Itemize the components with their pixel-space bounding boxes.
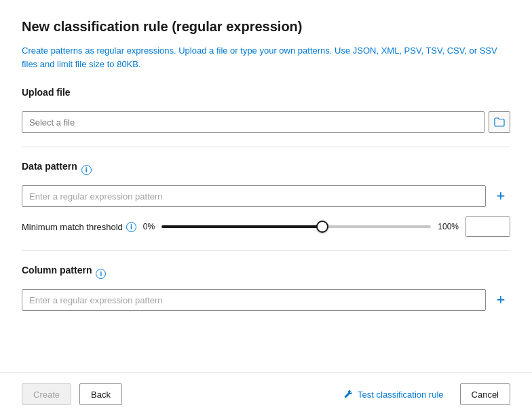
page-description: Create patterns as regular expressions. … [22, 44, 510, 71]
column-pattern-header: Column pattern i [22, 265, 510, 282]
divider-2 [22, 250, 510, 251]
column-pattern-add-button[interactable]: + [491, 290, 510, 309]
data-pattern-input[interactable] [22, 185, 486, 207]
threshold-slider[interactable] [162, 225, 431, 228]
threshold-label: Minimum match threshold i [22, 222, 136, 232]
threshold-max-label: 100% [438, 222, 459, 231]
file-browse-button[interactable] [489, 111, 510, 133]
data-pattern-header: Data pattern i [22, 161, 510, 178]
back-button[interactable]: Back [79, 383, 122, 405]
column-pattern-label: Column pattern [22, 265, 92, 276]
data-pattern-label: Data pattern [22, 161, 77, 172]
file-input[interactable] [22, 111, 484, 133]
test-button-label: Test classification rule [358, 390, 443, 400]
upload-file-row [22, 111, 510, 133]
page-title: New classification rule (regular express… [22, 19, 510, 35]
column-pattern-row: + [22, 289, 510, 311]
create-button[interactable]: Create [22, 383, 71, 405]
threshold-spinner: 60% ▲ ▼ [466, 216, 510, 237]
threshold-slider-container [162, 220, 431, 233]
footer: Create Back Test classification rule Can… [0, 372, 532, 416]
cancel-button[interactable]: Cancel [460, 383, 510, 405]
upload-file-label: Upload file [22, 87, 71, 98]
column-pattern-input[interactable] [22, 289, 486, 311]
data-pattern-add-button[interactable]: + [491, 187, 510, 206]
test-icon [343, 389, 354, 400]
threshold-row: Minimum match threshold i 0% 100% 60% ▲ … [22, 216, 510, 237]
divider-1 [22, 147, 510, 147]
data-pattern-info-icon: i [81, 165, 92, 175]
data-pattern-row: + [22, 185, 510, 207]
threshold-info-icon: i [126, 222, 136, 232]
threshold-value-input[interactable]: 60% [466, 217, 510, 236]
threshold-min-label: 0% [143, 222, 155, 231]
column-pattern-info-icon: i [96, 269, 106, 279]
test-classification-button[interactable]: Test classification rule [335, 383, 451, 405]
